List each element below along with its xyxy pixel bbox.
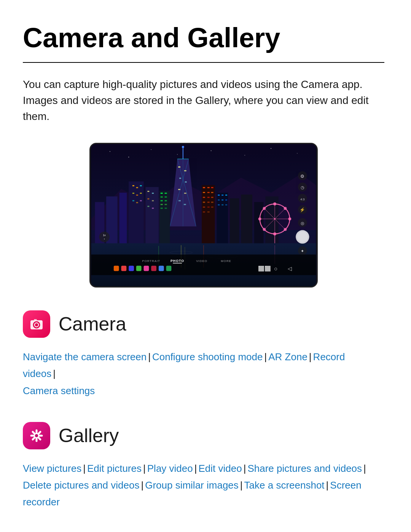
svg-rect-73 (203, 211, 205, 212)
svg-rect-60 (211, 187, 213, 188)
link-delete-pictures[interactable]: Delete pictures and videos (23, 479, 139, 491)
separator-1: | (148, 351, 151, 363)
svg-text:⬜⬜: ⬜⬜ (258, 265, 271, 272)
svg-rect-20 (178, 166, 180, 168)
separator-2: | (264, 351, 267, 363)
link-edit-pictures[interactable]: Edit pictures (87, 463, 142, 474)
svg-text:VIDEO: VIDEO (196, 259, 207, 263)
svg-rect-72 (211, 207, 213, 208)
svg-rect-150 (34, 319, 37, 321)
svg-rect-55 (161, 208, 163, 209)
svg-point-6 (244, 155, 245, 156)
link-take-screenshot[interactable]: Take a screenshot (244, 479, 325, 491)
svg-text:PHOTO: PHOTO (170, 259, 184, 263)
svg-rect-65 (207, 197, 210, 198)
svg-rect-52 (165, 200, 167, 201)
svg-rect-37 (140, 200, 142, 201)
svg-rect-66 (211, 197, 213, 198)
city-skyline-image: ⚙ ◷ 4:3 ⚡ ◎ ✦ 1 (91, 144, 317, 286)
svg-point-127 (99, 232, 110, 242)
link-play-video[interactable]: Play video (147, 463, 193, 474)
link-edit-video[interactable]: Edit video (199, 463, 242, 474)
g-separator-5: | (363, 463, 366, 474)
gallery-app-icon (23, 422, 50, 449)
svg-rect-47 (161, 193, 163, 194)
svg-point-1 (110, 151, 110, 152)
g-separator-1: | (83, 463, 86, 474)
svg-text:+: + (104, 238, 105, 240)
svg-rect-39 (147, 191, 149, 192)
camera-section-title: Camera (59, 313, 126, 335)
svg-point-95 (273, 203, 276, 206)
svg-rect-25 (184, 193, 186, 194)
link-group-images[interactable]: Group similar images (145, 479, 239, 491)
svg-rect-32 (132, 193, 134, 194)
title-divider (23, 62, 384, 63)
svg-rect-35 (132, 200, 134, 201)
svg-rect-58 (203, 187, 205, 188)
svg-rect-33 (136, 195, 138, 196)
svg-text:⚙: ⚙ (300, 174, 304, 179)
link-view-pictures[interactable]: View pictures (23, 463, 81, 474)
svg-rect-141 (151, 266, 156, 271)
svg-rect-143 (166, 266, 172, 271)
svg-text:✦: ✦ (301, 249, 304, 254)
svg-rect-43 (147, 206, 149, 207)
svg-rect-42 (152, 200, 154, 201)
gallery-icon (28, 427, 45, 444)
svg-rect-76 (218, 195, 220, 196)
svg-rect-23 (185, 182, 187, 183)
svg-rect-53 (161, 204, 163, 205)
camera-image-section: ⚙ ◷ 4:3 ⚡ ◎ ✦ 1 (23, 143, 384, 288)
svg-rect-71 (207, 207, 210, 208)
svg-rect-31 (140, 185, 142, 186)
svg-rect-67 (203, 202, 205, 203)
link-camera-settings[interactable]: Camera settings (23, 385, 95, 396)
gallery-links: View pictures|Edit pictures|Play video|E… (23, 460, 373, 511)
svg-rect-142 (159, 266, 164, 271)
g-separator-8: | (326, 479, 329, 491)
svg-rect-29 (132, 185, 134, 186)
camera-icon (28, 316, 45, 332)
link-ar-zone[interactable]: AR Zone (268, 351, 307, 363)
svg-rect-81 (225, 200, 227, 201)
svg-text:1x: 1x (103, 234, 106, 236)
camera-section-header: Camera (23, 310, 384, 338)
link-configure-shooting[interactable]: Configure shooting mode (152, 351, 263, 363)
svg-text:◷: ◷ (301, 185, 304, 190)
svg-point-100 (284, 228, 287, 231)
svg-rect-36 (136, 202, 138, 203)
svg-point-99 (263, 207, 266, 210)
svg-point-7 (271, 148, 271, 149)
svg-text:◎: ◎ (301, 221, 304, 225)
svg-text:⚡: ⚡ (299, 207, 305, 212)
g-separator-7: | (240, 479, 243, 491)
svg-rect-64 (203, 197, 205, 198)
svg-rect-61 (203, 192, 205, 193)
svg-point-5 (211, 150, 212, 151)
svg-point-3 (151, 149, 151, 150)
svg-rect-50 (165, 197, 167, 198)
link-navigate-camera[interactable]: Navigate the camera screen (23, 351, 147, 363)
svg-rect-34 (140, 193, 142, 194)
svg-rect-137 (121, 266, 126, 271)
separator-4: | (53, 368, 56, 379)
svg-text:○: ○ (274, 265, 278, 272)
svg-rect-30 (136, 187, 138, 188)
svg-point-4 (177, 154, 178, 155)
link-share-pictures[interactable]: Share pictures and videos (247, 463, 362, 474)
svg-rect-41 (147, 198, 149, 200)
svg-rect-56 (165, 208, 167, 209)
svg-rect-80 (221, 200, 223, 201)
svg-point-124 (297, 232, 308, 242)
svg-rect-139 (136, 266, 142, 271)
svg-point-98 (288, 217, 291, 220)
svg-rect-63 (211, 192, 213, 193)
camera-links: Navigate the camera screen|Configure sho… (23, 348, 373, 399)
svg-point-101 (263, 228, 266, 231)
svg-rect-24 (178, 189, 180, 190)
gallery-section-title: Gallery (59, 425, 119, 447)
svg-rect-77 (221, 195, 223, 196)
svg-rect-83 (221, 204, 223, 206)
svg-rect-138 (129, 266, 134, 271)
